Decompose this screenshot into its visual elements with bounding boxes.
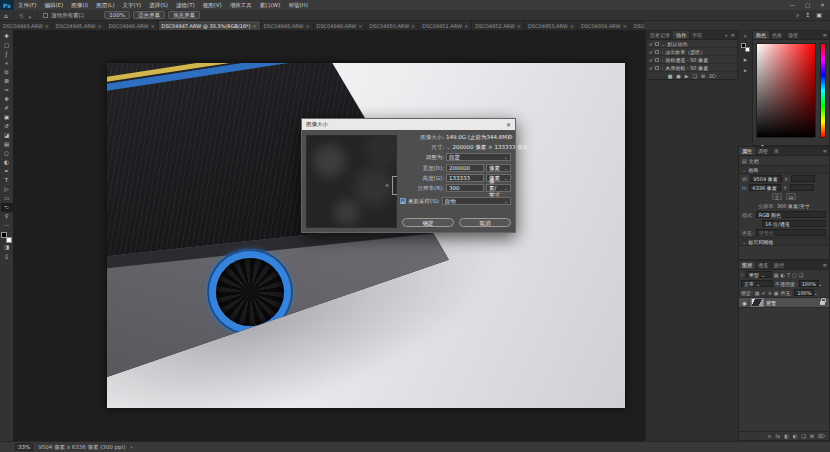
fit-screen-button[interactable]: 适合屏幕 [133,11,165,19]
filter-smart-objects-icon[interactable]: ❏ [799,272,803,278]
panel-menu-icon[interactable]: ≡ [823,262,827,268]
eraser-tool[interactable]: ◪ [1,131,13,140]
zoom-level-field[interactable]: 33% [15,443,33,451]
link-layers-icon[interactable]: ∞ [767,433,771,439]
ok-button[interactable]: 确定 [402,218,454,227]
type-tool[interactable]: T [1,176,13,185]
menu-layer[interactable]: 图层(L) [92,0,118,10]
menu-help[interactable]: 帮助(H) [284,0,311,10]
chevron-down-icon[interactable]: ⌄ [27,12,32,19]
new-group-icon[interactable]: ❏ [693,73,697,79]
fit-to-select[interactable]: 自定 ⌄ [446,153,511,161]
menu-select[interactable]: 选择(S) [145,0,172,10]
expand-icon[interactable]: ⌄ [661,41,665,47]
landscape-orientation-button[interactable]: ▭ [786,193,796,200]
stop-icon[interactable]: ■ [668,73,673,79]
collapse-dock-icon[interactable]: « [743,32,747,39]
menu-edit[interactable]: 编辑(E) [40,0,67,10]
filter-pixel-layers-icon[interactable]: ▦ [774,272,779,278]
minimize-button[interactable]: — [785,0,800,10]
object-selection-tool[interactable]: ⌖ [1,59,13,68]
expand-icon[interactable]: › [661,57,663,63]
tab-close-icon[interactable]: × [45,23,49,29]
pen-tool[interactable]: ✒ [1,167,13,176]
delete-layer-icon[interactable]: ⌦ [818,433,825,439]
color-mode-select[interactable]: RGB 颜色 [756,211,826,218]
resolution-unit-select[interactable]: 像素/英寸 ⌄ [486,184,511,192]
dialog-toggle-box[interactable] [655,42,659,46]
opacity-select[interactable]: 100% ⌄ [799,280,819,287]
fill-screen-button[interactable]: 填充屏幕 [168,11,200,19]
layer-row-background[interactable]: ◉ 背景 [739,297,829,308]
canvas-y-field[interactable] [790,184,814,191]
tab-paths[interactable]: 路径 [771,261,787,269]
brush-tool[interactable]: ✐ [1,104,13,113]
document-tab[interactable]: DSC04954.ARW × [578,21,631,30]
expand-icon[interactable]: › [661,65,663,71]
filter-adjustment-layers-icon[interactable]: ◐ [781,272,785,278]
tab-properties[interactable]: 属性 [739,147,755,155]
search-icon[interactable]: ⌕ [796,11,799,19]
tab-close-icon[interactable]: × [253,23,257,29]
healing-brush-tool[interactable]: ✜ [1,95,13,104]
action-item[interactable]: ✓ › 淡出效果（选区） [647,48,737,56]
fill-opacity-select[interactable]: 100% ⌄ [794,289,814,296]
tab-layers[interactable]: 图层 [739,261,755,269]
tab-libraries[interactable]: 库 [771,147,782,155]
layer-filter-kind-select[interactable]: 类型 ⌄ [746,271,772,278]
chevron-down-icon[interactable]: ⌄ [446,144,451,150]
menu-plugins[interactable]: 增效工具 [226,0,256,10]
dodge-tool[interactable]: ◐ [1,158,13,167]
width-input[interactable]: 200000 [446,164,484,172]
menu-window[interactable]: 窗口(W) [256,0,285,10]
bit-depth-select[interactable]: 16 位/通道 [762,220,826,227]
saturation-brightness-field[interactable] [756,43,816,138]
resolution-input[interactable]: 300 [446,184,484,192]
marquee-tool[interactable]: ▢ [1,41,13,50]
action-item[interactable]: ✓ › 画框通道 - 50 像素 [647,56,737,64]
foreground-color-swatch[interactable] [1,232,7,238]
action-check-icon[interactable]: ✓ [649,57,653,63]
blend-mode-select[interactable]: 正常 ⌄ [741,280,773,287]
document-tab[interactable]: DSC04955.ARW × [631,21,645,30]
portrait-orientation-button[interactable]: ▯ [772,193,782,200]
tab-history[interactable]: 历史记录 [647,31,673,39]
share-for-review-icon[interactable]: ➤ [742,56,747,63]
layer-effects-icon[interactable]: fx [775,433,780,439]
canvas-document[interactable] [107,63,625,408]
document-tab[interactable]: DSC04952.ARW × [472,21,525,30]
canvas-section-header[interactable]: ⌄ 画布 [739,165,829,174]
edit-toolbar[interactable]: ⋯ [1,221,13,230]
record-icon[interactable]: ● [676,73,680,79]
menu-view[interactable]: 视图(V) [199,0,226,10]
document-tab[interactable]: DSC04951.ARW × [419,21,472,30]
tab-close-icon[interactable]: × [98,23,102,29]
share-icon[interactable]: ↥ [805,11,810,19]
frame-tool[interactable]: ⊠ [1,77,13,86]
tab-gradients[interactable]: 渐变 [785,31,801,39]
dialog-toggle-box[interactable] [655,58,659,62]
filter-shape-layers-icon[interactable]: ▢ [792,272,797,278]
document-tab[interactable]: DSC04949.ARW × [314,21,367,30]
status-chevron-icon[interactable]: › [130,444,132,450]
layer-lock-icon[interactable] [820,301,825,305]
panel-menu-icon[interactable]: ≡ [731,32,735,38]
close-button[interactable]: ✕ [815,0,830,10]
tab-close-icon[interactable]: × [517,23,521,29]
history-brush-tool[interactable]: ↺ [1,122,13,131]
tab-swatches[interactable]: 色板 [769,31,785,39]
hand-tool[interactable]: ☜ [1,203,13,212]
action-item[interactable]: ✓ ⌄ 默认动作 [647,40,737,48]
eyedropper-tool[interactable]: ✑ [1,86,13,95]
lock-transparency-icon[interactable]: ▦ [755,290,760,296]
tab-channels[interactable]: 通道 [755,261,771,269]
tab-close-icon[interactable]: × [150,23,154,29]
document-tab[interactable]: DSC04946.ARW × [106,21,159,30]
menu-filter[interactable]: 滤镜(T) [172,0,199,10]
foreground-background-swatches[interactable] [1,232,12,243]
tab-close-icon[interactable]: × [623,23,627,29]
tab-close-icon[interactable]: × [570,23,574,29]
layer-search-icon[interactable]: ⌕ [741,271,744,278]
canvas-x-field[interactable] [791,175,815,182]
document-tab[interactable]: DSC04945.ARW × [53,21,106,30]
